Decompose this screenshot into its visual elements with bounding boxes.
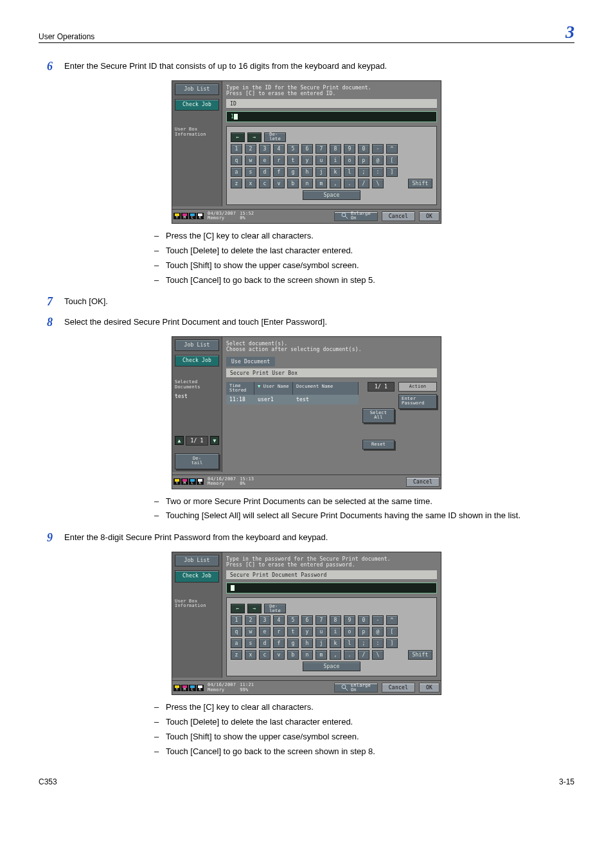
keyboard-key[interactable]: m [315, 179, 327, 188]
keyboard-key[interactable]: . [344, 650, 355, 660]
keyboard-key[interactable]: c [259, 650, 271, 660]
keyboard-key[interactable]: f [273, 167, 285, 177]
keyboard-key[interactable]: 9 [344, 615, 355, 625]
arrow-left-button[interactable]: ← [231, 132, 245, 142]
keyboard-key[interactable]: / [358, 179, 369, 188]
keyboard-key[interactable]: e [259, 156, 271, 165]
keyboard-key[interactable]: a [231, 638, 242, 648]
keyboard-key[interactable]: 3 [259, 144, 271, 154]
keyboard-key[interactable]: v [273, 179, 285, 188]
keyboard-key[interactable]: . [344, 179, 355, 188]
keyboard-key[interactable]: 1 [231, 615, 242, 625]
check-job-button[interactable]: Check Job [175, 99, 219, 111]
arrow-left-button[interactable]: ← [231, 604, 245, 613]
select-all-button[interactable]: Select All [362, 408, 395, 423]
col-user[interactable]: ▼ User Name [254, 382, 293, 395]
keyboard-key[interactable]: s [245, 167, 256, 177]
keyboard-key[interactable]: g [287, 638, 299, 648]
check-job-button[interactable]: Check Job [175, 570, 219, 582]
col-doc[interactable]: Document Name [293, 382, 359, 395]
keyboard-key[interactable]: 0 [358, 144, 369, 154]
keyboard-key[interactable]: @ [372, 156, 384, 165]
cancel-button[interactable]: Cancel [382, 683, 415, 692]
keyboard-key[interactable]: s [245, 638, 256, 648]
arrow-right-button[interactable]: → [247, 132, 262, 142]
keyboard-key[interactable]: 2 [245, 615, 256, 625]
keyboard-key[interactable]: p [358, 156, 369, 165]
keyboard-key[interactable]: \ [372, 179, 384, 188]
keyboard-key[interactable]: , [330, 650, 341, 660]
id-input[interactable]: 1 [226, 111, 437, 122]
keyboard-key[interactable]: r [273, 156, 285, 165]
keyboard-key[interactable]: 3 [259, 615, 271, 625]
keyboard-key[interactable]: ; [358, 638, 369, 648]
keyboard-key[interactable]: l [344, 638, 355, 648]
keyboard-key[interactable]: j [315, 167, 327, 177]
keyboard-key[interactable]: z [231, 650, 242, 660]
keyboard-key[interactable]: x [245, 650, 256, 660]
delete-button[interactable]: De- lete [264, 132, 286, 142]
keyboard-key[interactable]: c [259, 179, 271, 188]
keyboard-key[interactable]: 5 [287, 615, 299, 625]
keyboard-key[interactable]: - [372, 615, 384, 625]
space-key[interactable]: Space [303, 190, 360, 200]
keyboard-key[interactable]: , [330, 179, 341, 188]
keyboard-key[interactable]: x [245, 179, 256, 188]
keyboard-key[interactable]: t [287, 627, 299, 637]
keyboard-key[interactable]: l [344, 167, 355, 177]
detail-button[interactable]: De- tail [175, 453, 219, 469]
enlarge-button[interactable]: Enlarge On [334, 212, 378, 221]
keyboard-key[interactable]: 7 [315, 615, 327, 625]
keyboard-key[interactable]: ] [386, 638, 398, 648]
keyboard-key[interactable]: e [259, 627, 271, 637]
space-key[interactable]: Space [303, 662, 360, 671]
cancel-button[interactable]: Cancel [382, 212, 415, 221]
keyboard-key[interactable]: \ [372, 650, 384, 660]
keyboard-key[interactable]: k [330, 638, 341, 648]
keyboard-key[interactable]: 2 [245, 144, 256, 154]
ok-button[interactable]: OK [419, 212, 440, 221]
keyboard-key[interactable]: i [330, 156, 341, 165]
keyboard-key[interactable]: 4 [273, 144, 285, 154]
keyboard-key[interactable]: p [358, 627, 369, 637]
keyboard-key[interactable]: 1 [231, 144, 242, 154]
keyboard-key[interactable]: g [287, 167, 299, 177]
keyboard-key[interactable]: 6 [301, 615, 313, 625]
keyboard-key[interactable]: v [273, 650, 285, 660]
keyboard-key[interactable]: 8 [330, 144, 341, 154]
keyboard-key[interactable]: ^ [386, 144, 398, 154]
keyboard-key[interactable]: h [301, 167, 313, 177]
keyboard-key[interactable]: 8 [330, 615, 341, 625]
keyboard-key[interactable]: 5 [287, 144, 299, 154]
check-job-button[interactable]: Check Job [175, 355, 219, 366]
keyboard-key[interactable]: h [301, 638, 313, 648]
keyboard-key[interactable]: y [301, 156, 313, 165]
job-list-button[interactable]: Job List [175, 84, 219, 95]
arrow-right-button[interactable]: → [247, 604, 262, 613]
keyboard-key[interactable]: a [231, 167, 242, 177]
keyboard-key[interactable]: r [273, 627, 285, 637]
keyboard-key[interactable]: ^ [386, 615, 398, 625]
keyboard-key[interactable]: w [245, 156, 256, 165]
shift-key[interactable]: Shift [408, 179, 432, 188]
keyboard-key[interactable]: m [315, 650, 327, 660]
keyboard-key[interactable]: o [344, 627, 355, 637]
keyboard-key[interactable]: [ [386, 627, 398, 637]
keyboard-key[interactable]: / [358, 650, 369, 660]
keyboard-key[interactable]: u [315, 627, 327, 637]
keyboard-key[interactable]: i [330, 627, 341, 637]
keyboard-key[interactable]: q [231, 627, 242, 637]
keyboard-key[interactable]: t [287, 156, 299, 165]
page-up-button[interactable]: ▲ [175, 436, 184, 445]
page-down-button[interactable]: ▼ [210, 436, 219, 445]
keyboard-key[interactable]: f [273, 638, 285, 648]
keyboard-key[interactable]: n [301, 179, 313, 188]
keyboard-key[interactable]: q [231, 156, 242, 165]
job-list-button[interactable]: Job List [175, 339, 219, 351]
keyboard-key[interactable]: 7 [315, 144, 327, 154]
keyboard-key[interactable]: z [231, 179, 242, 188]
keyboard-key[interactable]: 4 [273, 615, 285, 625]
use-document-tab[interactable]: Use Document [226, 357, 275, 366]
keyboard-key[interactable]: u [315, 156, 327, 165]
reset-button[interactable]: Reset [362, 440, 395, 449]
